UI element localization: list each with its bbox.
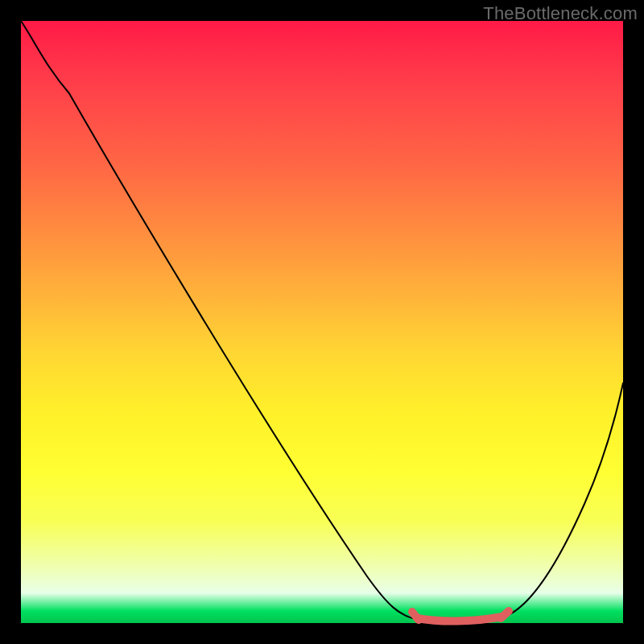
watermark-text: TheBottleneck.com — [483, 3, 638, 24]
chart-stage: TheBottleneck.com — [0, 0, 644, 644]
optimal-range-right-cap — [501, 611, 509, 618]
curve-svg — [21, 21, 623, 623]
optimal-range-left-cap — [412, 612, 419, 620]
gradient-plot-area — [21, 21, 623, 623]
bottleneck-curve — [21, 21, 623, 622]
optimal-range-highlight — [417, 617, 502, 621]
